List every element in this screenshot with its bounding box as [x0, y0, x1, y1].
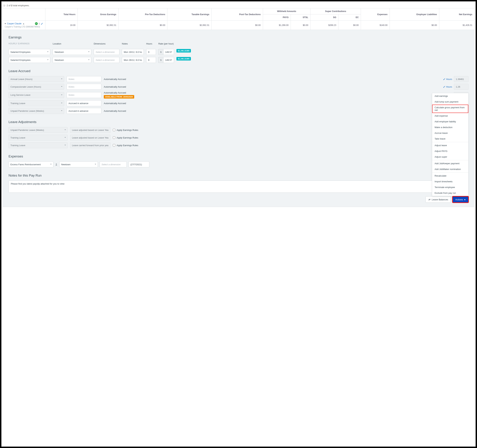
- col-payg: PAYG: [263, 14, 291, 21]
- leave-type-select[interactable]: [9, 92, 64, 98]
- col-dimensions: Dimensions: [94, 42, 119, 45]
- earning-amount-badge: $1,346.15385: [176, 49, 191, 53]
- result-summary: 1 - 2 of 2 total employees.: [2, 3, 475, 8]
- leave-type-select[interactable]: [9, 76, 64, 82]
- earning-rate-input[interactable]: [163, 49, 174, 55]
- employee-name-link[interactable]: ▾ Casper Claude ▲: [5, 22, 25, 25]
- currency-prefix: $: [158, 49, 163, 55]
- menu-item[interactable]: Add earnings: [432, 93, 468, 99]
- menu-item[interactable]: Adjust super: [432, 154, 468, 160]
- col-notes: Notes: [122, 42, 144, 45]
- leave-value-input[interactable]: [454, 84, 468, 90]
- earning-amount-badge: $1,346.15385: [176, 57, 191, 60]
- earning-notes-input[interactable]: [122, 57, 144, 63]
- col-posttax: Post-Tax Deductions: [212, 8, 263, 21]
- apply-earnings-rules-checkbox[interactable]: Apply Earnings Rules: [113, 144, 138, 147]
- warning-icon: ▲: [22, 22, 24, 25]
- status-ok-icon: [35, 22, 38, 25]
- pencil-icon[interactable]: [443, 86, 445, 88]
- detail-panel: Earnings HOURLY EARNINGS Location Dimens…: [2, 30, 475, 207]
- earning-type-select[interactable]: [9, 49, 50, 55]
- menu-item[interactable]: Add JobKeeper payment: [432, 161, 468, 166]
- menu-item[interactable]: Calculate gross payment from net: [432, 105, 468, 113]
- menu-item[interactable]: Make a deduction: [432, 124, 468, 130]
- menu-item[interactable]: Add lump sum payment: [432, 99, 468, 105]
- pencil-icon[interactable]: [443, 78, 445, 80]
- leave-notes-input[interactable]: [66, 92, 101, 98]
- earning-hours-input[interactable]: [146, 49, 156, 55]
- leave-status: Automatically Accrued: [104, 102, 138, 105]
- leave-status: Automatically Accrued: [104, 85, 138, 88]
- earnings-heading: Earnings: [9, 35, 468, 39]
- employee-row[interactable]: ▾ Casper Claude ▲ ☰ Casper's Training LT…: [3, 21, 475, 30]
- leave-notes-input[interactable]: [66, 84, 101, 90]
- leave-balances-button[interactable]: Leave Balances: [426, 196, 451, 203]
- details-icon[interactable]: ☰: [38, 23, 40, 25]
- menu-item[interactable]: Import timesheets: [432, 179, 468, 184]
- menu-item[interactable]: Add employer liability: [432, 119, 468, 124]
- col-emp-liab: Employer Liabilities: [390, 8, 439, 21]
- leave-type-select[interactable]: [9, 84, 64, 90]
- expense-note-input[interactable]: [128, 161, 149, 167]
- actions-button[interactable]: Actions: [453, 196, 468, 203]
- expenses-heading: Expenses: [9, 154, 468, 158]
- earning-rate-input[interactable]: [163, 57, 174, 63]
- earning-dimension-input[interactable]: [94, 57, 119, 63]
- expense-dimension-input[interactable]: [100, 161, 127, 167]
- leave-notes-input[interactable]: [66, 100, 101, 106]
- apply-earnings-rules-checkbox[interactable]: Apply Earnings Rules: [113, 129, 138, 131]
- menu-item[interactable]: Recalculate: [432, 173, 468, 179]
- menu-item[interactable]: Terminate employee: [432, 184, 468, 190]
- leave-type-select[interactable]: [9, 108, 64, 114]
- notes-heading: Notes for this Pay Run: [9, 174, 468, 177]
- menu-separator: [432, 142, 468, 142]
- adjustment-note-input: [70, 135, 110, 141]
- leave-unit-link[interactable]: Hours: [443, 85, 452, 88]
- earning-type-select[interactable]: [9, 57, 50, 63]
- leave-notes-input[interactable]: [66, 108, 101, 114]
- adjustment-type-select[interactable]: [9, 142, 68, 148]
- plane-icon: [428, 198, 431, 201]
- leave-unit-link[interactable]: Hours: [443, 78, 452, 80]
- apply-earnings-rules-checkbox[interactable]: Apply Earnings Rules: [113, 136, 138, 139]
- earning-location-select[interactable]: [53, 57, 91, 63]
- menu-item[interactable]: Add JobMaker nomination: [432, 166, 468, 172]
- col-rate: Rate (per hour): [158, 42, 174, 45]
- adjustment-note-input: [70, 127, 110, 133]
- col-pretax: Pre-Tax Deductions: [119, 8, 167, 21]
- expense-type-select[interactable]: [9, 161, 53, 167]
- edit-icon[interactable]: [41, 23, 43, 25]
- leave-notes-input[interactable]: [66, 76, 101, 82]
- menu-item[interactable]: Take leave: [432, 136, 468, 142]
- earning-location-select[interactable]: [53, 49, 91, 55]
- leave-type-select[interactable]: [9, 100, 64, 106]
- earning-dimension-input[interactable]: [94, 49, 119, 55]
- adjustments-heading: Leave Adjustments: [9, 120, 468, 124]
- col-gross: Gross Earnings: [78, 8, 119, 21]
- earning-notes-input[interactable]: [122, 49, 144, 55]
- menu-separator: [432, 172, 468, 173]
- payrun-notes-textarea[interactable]: [9, 181, 468, 193]
- expense-location-select[interactable]: [59, 161, 98, 167]
- col-stsl: STSL: [291, 14, 310, 21]
- col-withheld-group: Withheld Amounts: [263, 8, 310, 14]
- leave-status: Automatically Accrued: [104, 110, 138, 112]
- chevron-down-icon: ▾: [5, 22, 6, 25]
- actions-menu: Add earningsAdd lump sum paymentCalculat…: [432, 93, 468, 196]
- menu-item[interactable]: Adjust leave: [432, 142, 468, 148]
- menu-item[interactable]: Accrue leave: [432, 130, 468, 136]
- col-total-hours: Total Hours: [45, 8, 78, 21]
- menu-item[interactable]: Add expense: [432, 113, 468, 119]
- person-icon: [55, 163, 58, 166]
- col-net: Net Earnings: [439, 8, 474, 21]
- adjustment-type-select[interactable]: [9, 135, 68, 141]
- col-sg: SG: [310, 14, 339, 21]
- currency-prefix: $: [158, 57, 163, 63]
- leave-status: Automatically AccruedAVAILABLE FROM: 20/…: [104, 91, 138, 99]
- earning-hours-input[interactable]: [146, 57, 156, 63]
- adjustment-type-select[interactable]: [9, 127, 68, 133]
- leave-value-input[interactable]: [454, 76, 468, 82]
- menu-item[interactable]: Exclude from pay run: [432, 190, 468, 196]
- menu-item[interactable]: Adjust PAYG: [432, 148, 468, 154]
- col-expenses: Expenses: [361, 8, 390, 21]
